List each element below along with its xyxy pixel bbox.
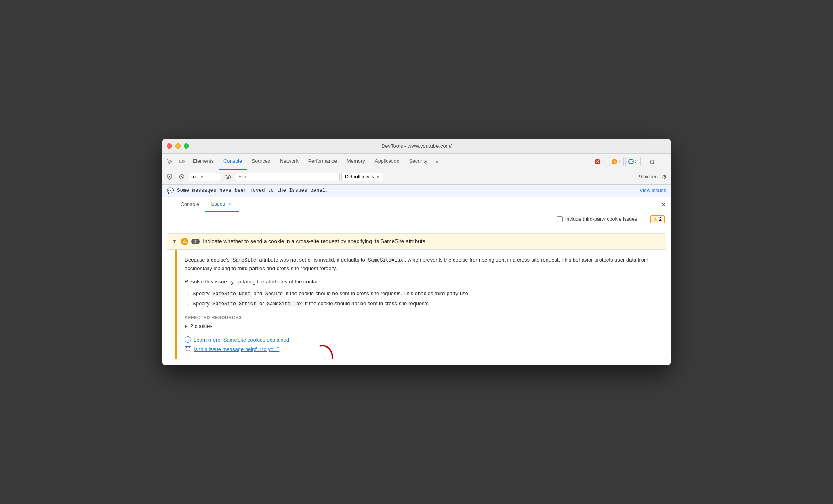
issue-count-badge: 2	[191, 239, 200, 244]
tab-security[interactable]: Security	[404, 154, 432, 170]
third-party-label-text: Include third-party cookie issues	[565, 216, 637, 222]
hidden-count-text: 9 hidden	[639, 174, 658, 180]
settings-icon[interactable]: ⚙	[648, 156, 656, 167]
sub-tabs-right: ✕	[658, 200, 668, 209]
view-issues-link[interactable]: View issues	[639, 188, 666, 193]
resolve-text: Resolve this issue by updating the attri…	[185, 279, 658, 285]
bullet-list: → Specify SameSite=None and Secure if th…	[185, 289, 658, 310]
links-section: → Learn more: SameSite cookies explained…	[185, 336, 658, 352]
bullet-item-1: → Specify SameSite=None and Secure if th…	[185, 289, 658, 299]
levels-chevron-icon: ▼	[376, 175, 380, 179]
error-count: 1	[602, 159, 604, 164]
clear-console-icon[interactable]	[164, 172, 175, 182]
info-count: 2	[635, 159, 638, 164]
tab-elements[interactable]: Elements	[188, 154, 219, 170]
context-label: top	[191, 174, 198, 180]
chevron-down-icon: ▼	[200, 175, 204, 179]
error-icon: ✕	[595, 159, 600, 164]
tab-memory[interactable]: Memory	[342, 154, 370, 170]
tab-nav: Elements Console Sources Network Perform…	[188, 154, 592, 170]
toolbar-divider	[644, 158, 644, 165]
code-lax2: SameSite=Lax	[265, 301, 303, 307]
tab-more-button[interactable]: »	[432, 154, 442, 170]
code-secure: Secure	[264, 291, 284, 297]
inspect-element-icon[interactable]	[164, 155, 176, 168]
issue-group-samesite: ▼ ⚠ 2 Indicate whether to send a cookie …	[167, 233, 666, 359]
context-selector[interactable]: top ▼	[189, 173, 221, 181]
code-strict: SameSite=Strict	[211, 301, 258, 307]
close-panel-button[interactable]: ✕	[658, 200, 668, 209]
issue-body: Because a cookie's SameSite attribute wa…	[175, 250, 666, 359]
feedback-icon: 💬	[185, 346, 191, 352]
affected-arrow-icon: ▶	[185, 324, 188, 328]
main-content: Include third-party cookie issues ⚠ 2 ▼ …	[162, 212, 671, 366]
divider	[644, 216, 644, 223]
issue-title: Indicate whether to send a cookie in a c…	[203, 238, 425, 244]
warning-icon: ⚠	[612, 159, 617, 164]
tab-sources[interactable]: Sources	[247, 154, 275, 170]
filter-input[interactable]	[235, 173, 340, 181]
third-party-checkbox[interactable]	[557, 216, 563, 222]
close-button[interactable]	[167, 143, 172, 149]
no-filter-icon[interactable]	[177, 172, 187, 182]
issues-banner: 💬 Some messages have been moved to the I…	[162, 185, 671, 197]
eye-icon[interactable]	[223, 172, 233, 182]
console-toolbar: top ▼ Default levels ▼ 9 hidden ⚙	[162, 170, 671, 185]
bullet-arrow-1: →	[185, 290, 190, 298]
levels-selector[interactable]: Default levels ▼	[341, 173, 383, 181]
affected-item-cookies[interactable]: ▶ 2 cookies	[185, 322, 658, 330]
error-badge[interactable]: ✕ 1	[592, 157, 607, 166]
issue-description: Because a cookie's SameSite attribute wa…	[185, 256, 658, 273]
warning-count: 1	[618, 159, 621, 164]
svg-rect-1	[183, 161, 184, 162]
sub-tab-issues[interactable]: Issues ✕	[205, 197, 239, 212]
warning-badge[interactable]: ⚠ 1	[609, 157, 624, 166]
feedback-link[interactable]: 💬 Is this issue message helpful to you?	[185, 346, 658, 352]
device-toolbar-icon[interactable]	[176, 155, 188, 168]
maximize-button[interactable]	[184, 143, 189, 149]
svg-marker-2	[168, 175, 172, 180]
svg-line-6	[181, 176, 183, 178]
close-issues-tab[interactable]: ✕	[227, 201, 233, 207]
sub-tab-more-icon[interactable]: ⋮	[165, 200, 175, 209]
traffic-lights	[167, 143, 189, 149]
affected-label: AFFECTED RESOURCES	[185, 315, 658, 320]
more-options-icon[interactable]: ⋮	[658, 156, 668, 167]
code-samesite1: SameSite	[231, 257, 258, 264]
tab-application[interactable]: Application	[370, 154, 404, 170]
info-badge[interactable]: 💬 2	[625, 157, 641, 166]
red-arrow-annotation	[314, 342, 346, 359]
minimize-button[interactable]	[175, 143, 181, 149]
code-samesite-lax1: SameSite=Lax	[366, 257, 404, 264]
sub-tab-console[interactable]: Console	[175, 197, 205, 212]
titlebar: DevTools - www.youtube.com/	[162, 139, 671, 154]
info-icon: 💬	[628, 159, 634, 164]
affected-section: AFFECTED RESOURCES ▶ 2 cookies	[185, 315, 658, 330]
code-none: SameSite=None	[211, 291, 252, 297]
warning-count-badge: ⚠ 2	[650, 215, 665, 223]
collapse-arrow-icon: ▼	[172, 239, 178, 244]
issues-banner-text: Some messages have been moved to the Iss…	[177, 188, 328, 193]
devtools-tabbar: Elements Console Sources Network Perform…	[162, 154, 671, 170]
affected-cookies-text: 2 cookies	[190, 323, 212, 329]
hidden-count-area: 9 hidden ⚙	[639, 172, 669, 182]
third-party-checkbox-label[interactable]: Include third-party cookie issues	[557, 216, 637, 222]
learn-more-link[interactable]: → Learn more: SameSite cookies explained	[185, 336, 658, 343]
third-party-row: Include third-party cookie issues ⚠ 2	[162, 212, 671, 227]
sub-tabs-bar: ⋮ Console Issues ✕ ✕	[162, 197, 671, 212]
learn-link-icon: →	[185, 336, 191, 343]
window-title: DevTools - www.youtube.com/	[381, 143, 452, 149]
hidden-settings-icon[interactable]: ⚙	[660, 172, 669, 182]
bullet-1-text: Specify SameSite=None and Secure if the …	[192, 290, 470, 298]
tab-performance[interactable]: Performance	[303, 154, 342, 170]
issue-header[interactable]: ▼ ⚠ 2 Indicate whether to send a cookie …	[167, 234, 666, 250]
tab-network[interactable]: Network	[275, 154, 303, 170]
devtools-window: DevTools - www.youtube.com/ Elements Con…	[162, 139, 671, 366]
issues-banner-icon: 💬	[167, 187, 174, 194]
issues-panel: ▼ ⚠ 2 Indicate whether to send a cookie …	[162, 227, 671, 366]
bullet-arrow-2: →	[185, 300, 190, 309]
learn-link-text: Learn more: SameSite cookies explained	[194, 337, 289, 343]
issue-warning-icon: ⚠	[181, 238, 188, 245]
tab-console[interactable]: Console	[219, 154, 247, 170]
svg-rect-0	[179, 160, 183, 162]
